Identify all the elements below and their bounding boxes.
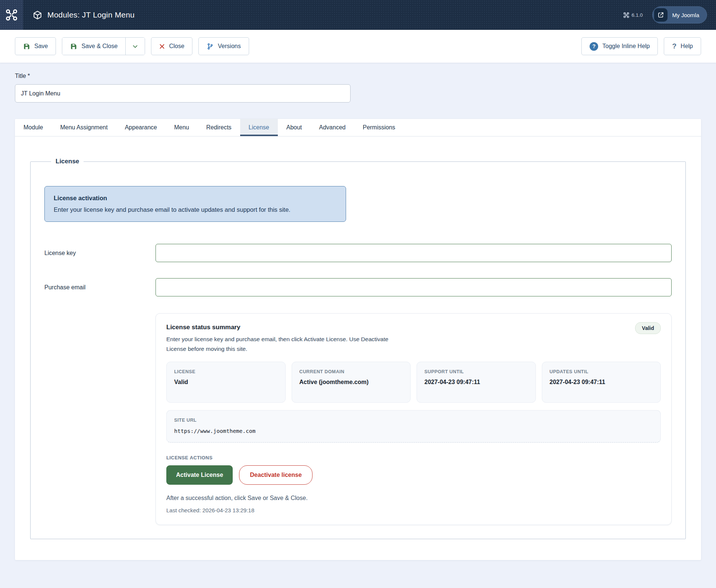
deactivate-license-button[interactable]: Deactivate license [239,465,313,485]
stat-support-until: SUPPORT UNTIL 2027-04-23 09:47:11 [417,362,536,403]
save-options-dropdown-button[interactable] [125,38,145,55]
license-key-label: License key [44,250,156,257]
toolbar: Save Save & Close Close [0,30,716,63]
license-activation-alert: License activation Enter your license ke… [44,186,346,222]
my-joomla-button[interactable]: My Joomla [652,6,707,23]
summary-description: Enter your license key and purchase emai… [166,334,390,354]
tab-permissions[interactable]: Permissions [354,119,404,136]
license-fieldset: License License activation Enter your li… [30,158,686,539]
tab-menu[interactable]: Menu [166,119,198,136]
joomla-version: 6.1.0 [624,12,643,18]
license-status-summary-card: Valid License status summary Enter your … [156,313,672,525]
app-header: Modules: JT Login Menu 6.1.0 [0,0,716,30]
tab-module[interactable]: Module [15,119,51,136]
stat-license: LICENSE Valid [166,362,286,403]
module-cube-icon [33,10,42,20]
my-joomla-label: My Joomla [668,12,705,18]
tab-bar: Module Menu Assignment Appearance Menu R… [15,119,701,136]
help-question-icon: ? [672,42,676,50]
code-branch-icon [207,43,214,50]
external-link-icon [654,8,668,22]
purchase-email-label: Purchase email [44,284,156,291]
license-legend: License [51,158,84,165]
close-x-icon [159,44,165,49]
stat-updates-until: UPDATES UNTIL 2027-04-23 09:47:11 [542,362,661,403]
after-action-note: After a successful action, click Save or… [166,495,661,501]
license-actions-label: LICENSE ACTIONS [166,455,661,460]
save-and-close-button[interactable]: Save & Close [62,38,125,55]
versions-button[interactable]: Versions [198,37,249,55]
main-content: Title * Module Menu Assignment Appearanc… [0,73,716,560]
chevron-down-icon [132,43,138,50]
joomla-logo-icon [6,9,18,21]
inline-help-icon: ? [590,42,598,51]
purchase-email-input[interactable] [156,278,672,296]
site-url-label: SITE URL [174,418,653,423]
tab-redirects[interactable]: Redirects [198,119,240,136]
tab-about[interactable]: About [278,119,311,136]
close-button[interactable]: Close [151,37,192,55]
save-button[interactable]: Save [15,37,56,55]
license-stats-grid: LICENSE Valid CURRENT DOMAIN Active (joo… [166,362,661,403]
tab-advanced[interactable]: Advanced [311,119,354,136]
summary-row: Valid License status summary Enter your … [44,313,672,525]
purchase-email-row: Purchase email [44,278,672,296]
activate-license-button[interactable]: Activate License [166,465,233,485]
joomla-logo[interactable] [0,0,23,30]
joomla-version-icon [624,12,629,18]
tab-menu-assignment[interactable]: Menu Assignment [51,119,116,136]
site-url-box: SITE URL https://www.joomtheme.com [166,410,661,443]
alert-body: Enter your license key and purchase emai… [54,206,337,213]
summary-title: License status summary [166,324,661,331]
toggle-inline-help-button[interactable]: ? Toggle Inline Help [581,37,658,55]
license-key-row: License key [44,244,672,262]
title-field-label: Title * [15,73,701,79]
site-url-value: https://www.joomtheme.com [174,428,653,434]
module-edit-card: Module Menu Assignment Appearance Menu R… [15,119,701,560]
help-button[interactable]: ? Help [664,37,701,55]
license-actions-row: Activate License Deactivate license [166,465,661,485]
last-checked-text: Last checked: 2026-04-23 13:29:18 [166,507,661,513]
license-key-input[interactable] [156,244,672,262]
title-input[interactable] [15,84,351,103]
status-badge: Valid [635,322,661,334]
tab-appearance[interactable]: Appearance [116,119,166,136]
alert-title: License activation [54,195,337,202]
stat-current-domain: CURRENT DOMAIN Active (joomtheme.com) [292,362,411,403]
save-close-group: Save & Close [62,37,145,55]
tab-license[interactable]: License [240,119,278,136]
save-icon [23,43,30,50]
page-title: Modules: JT Login Menu [47,10,135,19]
save-icon [70,43,77,50]
